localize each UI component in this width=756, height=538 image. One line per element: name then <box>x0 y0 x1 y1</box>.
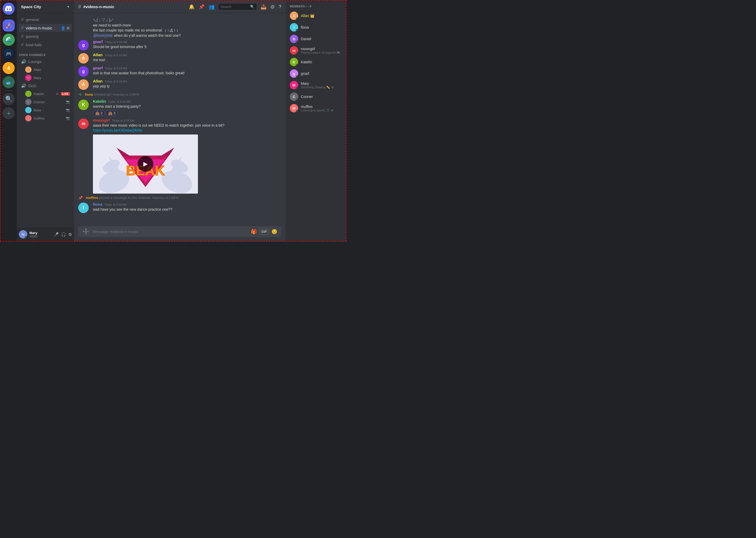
server-icon-4[interactable]: 4 <box>3 62 15 74</box>
channel-item-videos-n-music[interactable]: # videos-n-music 👤 ⚙ <box>19 24 72 32</box>
search-box[interactable]: Search 🔍 <box>219 4 257 10</box>
inbox-icon[interactable]: 📥 <box>261 4 266 10</box>
voice-user-katelin[interactable]: K Katelin 🖥 LIVE <box>19 90 72 98</box>
search-label: Search <box>221 5 231 9</box>
member-avatar-conner: C <box>290 92 298 101</box>
message-header: Katelin Today at 9:18 AM <box>93 99 281 103</box>
emoji-icon[interactable]: 😊 <box>271 229 277 235</box>
voice-user-fiona[interactable]: F fiona 📷 <box>19 106 72 114</box>
member-avatar-fiona: f <box>290 23 298 31</box>
member-item-allan[interactable]: A Allan 👑 <box>288 10 344 22</box>
settings-icon[interactable]: ⚙ <box>67 26 70 30</box>
channel-title: #videos-n-music <box>83 4 114 9</box>
gif-button[interactable]: GIF <box>260 229 268 235</box>
member-item-conner[interactable]: C Conner <box>288 91 344 102</box>
gift-icon[interactable]: 🎁 <box>251 229 257 235</box>
user-settings-button[interactable]: ⚙ <box>68 232 72 237</box>
system-timestamp: Yesterday at 2:38PM <box>112 93 139 96</box>
server-icon-3[interactable]: 🎮 <box>3 48 15 60</box>
msg-text-mention: @everyone when do y'all wanna watch the … <box>93 33 281 38</box>
add-content-button[interactable]: ➕ <box>82 228 89 235</box>
mention-icon[interactable]: @ <box>271 4 275 9</box>
add-server-button[interactable]: + <box>3 107 15 119</box>
channel-name: # #videos-n-music <box>78 4 115 10</box>
member-item-muffins[interactable]: M muffins Listening to Spotify 🎵 🖥 <box>288 102 344 114</box>
katelin-avatar: K <box>78 100 89 110</box>
channel-item-general[interactable]: # general <box>19 16 72 24</box>
message-timestamp: Today at 9:18 AM <box>108 100 130 103</box>
server-icon-space-city[interactable]: 🚀 <box>3 20 15 31</box>
screen-icon: 🖥 <box>56 92 59 96</box>
member-avatar-katelin: K <box>290 58 298 66</box>
message-group-gnarf-1: g gnarf Today at 9:18 AM Should be good … <box>74 38 286 51</box>
search-icon[interactable]: 🔍 <box>3 93 15 105</box>
status-dot <box>296 41 298 43</box>
reaction-2[interactable]: 👜 3 <box>106 110 118 116</box>
member-info-mary: Mary Streaming Drawing ✏️ 🖥 <box>301 81 334 89</box>
message-author-allan: Allan <box>93 79 103 83</box>
member-item-katelin[interactable]: K Katelin <box>288 56 344 68</box>
discord-home-button[interactable] <box>3 3 15 15</box>
allan-avatar-2: A <box>78 79 89 90</box>
member-item-fiona[interactable]: f fiona <box>288 22 344 33</box>
voice-user-allan[interactable]: A Allan <box>19 66 72 74</box>
status-dot <box>296 29 298 31</box>
video-link[interactable]: https://youtu.be/OiDx6aQ928o <box>93 128 142 133</box>
message-timestamp: Today at 9:18 AM <box>105 54 127 57</box>
channel-item-food-fails[interactable]: # food-fails <box>19 41 72 49</box>
voice-user-conner[interactable]: C Conner 📷 <box>19 98 72 106</box>
member-name-allan: Allan 👑 <box>301 14 314 18</box>
member-item-mary[interactable]: M Mary Streaming Drawing ✏️ 🖥 <box>288 79 344 91</box>
chat-actions: 🎁 GIF 😊 <box>251 229 277 235</box>
member-status-muffins: Listening to Spotify 🎵 🖥 <box>301 109 333 112</box>
message-header: gnarf Today at 9:18 AM <box>93 66 281 70</box>
voice-channel-lounge[interactable]: 🔊 Lounge <box>19 58 72 65</box>
chat-input-field[interactable] <box>93 226 248 237</box>
voice-user-mary[interactable]: M Mary <box>19 74 72 82</box>
voice-user-muffins[interactable]: M muffins 📷 <box>19 114 72 122</box>
deafen-button[interactable]: 🎧 <box>61 232 66 237</box>
member-name-gnarf: gnarf <box>301 72 342 76</box>
notification-bell-icon[interactable]: 🔔 <box>189 4 195 10</box>
member-item-gnarf[interactable]: g gnarf <box>288 68 344 79</box>
message-timestamp: Today at 9:18 AM <box>105 203 127 206</box>
server-icon-5[interactable]: 🐟 <box>3 76 15 88</box>
channel-label-gaming: gaming <box>26 34 39 39</box>
channel-item-gaming[interactable]: # gaming <box>19 32 72 40</box>
message-author-katelin: Katelin <box>93 99 106 103</box>
member-item-moongirl[interactable]: m moongirl Playing League of Legends 🎮 <box>288 45 344 56</box>
members-icon[interactable]: 👥 <box>209 4 214 10</box>
mute-button[interactable]: 🎤 <box>54 232 59 237</box>
gnarf-message-2: gnarf Today at 9:18 AM ooh is that new a… <box>93 66 281 77</box>
member-info-moongirl: moongirl Playing League of Legends 🎮 <box>301 47 340 54</box>
play-button[interactable]: ▶ <box>138 156 153 172</box>
member-name-mary: Mary <box>301 81 334 86</box>
member-item-daniel[interactable]: D Daniel <box>288 33 344 45</box>
status-dot <box>296 110 298 112</box>
channel-label-general: general <box>26 17 39 22</box>
fiona-avatar: f <box>78 202 89 213</box>
allan-avatar-1: A <box>78 53 89 64</box>
server-icon-2[interactable]: 🌊 <box>3 34 15 46</box>
pin-icon[interactable]: 📌 <box>199 4 205 10</box>
reaction-emoji: 👜 <box>108 111 112 115</box>
status-dot <box>296 76 298 78</box>
allan-message-1: Allan Today at 9:18 AM me too! <box>93 53 281 64</box>
hash-icon: # <box>21 34 24 39</box>
member-status-mary: Streaming Drawing ✏️ 🖥 <box>301 86 334 89</box>
search-icon: 🔍 <box>250 5 254 9</box>
reaction-1[interactable]: 👜 3 <box>93 110 105 116</box>
video-embed[interactable]: BEAK BEAK ▶ <box>93 134 198 193</box>
add-member-icon[interactable]: 👤 <box>61 26 65 30</box>
current-user-name: Mary <box>29 231 51 235</box>
help-icon[interactable]: ? <box>279 4 281 9</box>
voice-user-mary-name: Mary <box>34 76 41 80</box>
member-name-conner: Conner <box>301 94 342 99</box>
message-timestamp: Today at 9:18 AM <box>105 67 127 70</box>
server-list: 🚀 🌊 🎮 4 🐟 🔍 + <box>1 1 17 241</box>
voice-channel-dnd[interactable]: 🔊 DnD <box>19 82 72 89</box>
current-user-avatar: M <box>19 230 27 239</box>
message-header: fiona Today at 9:18 AM <box>93 202 281 206</box>
server-header[interactable]: Space City ▼ <box>17 1 74 13</box>
voice-user-allan-name: Allan <box>34 68 41 72</box>
